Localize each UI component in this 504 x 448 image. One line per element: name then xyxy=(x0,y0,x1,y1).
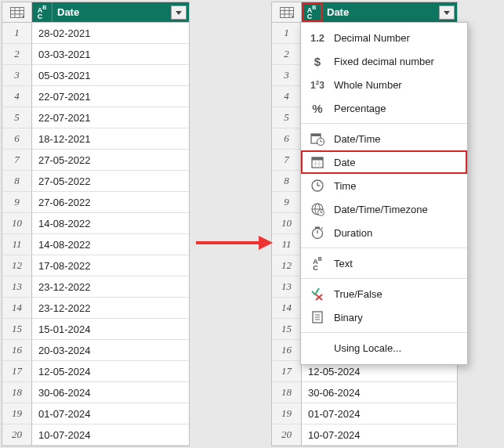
table-row[interactable]: 1515-01-2024 xyxy=(2,319,189,340)
cell-date[interactable]: 14-08-2022 xyxy=(32,213,189,234)
menu-item-percentage[interactable]: %Percentage xyxy=(301,96,467,120)
cell-date[interactable]: 14-08-2022 xyxy=(32,234,189,255)
row-number: 10 xyxy=(272,213,302,234)
row-number: 10 xyxy=(2,213,32,234)
table-corner-button[interactable] xyxy=(272,2,302,23)
cell-date[interactable]: 10-07-2024 xyxy=(302,425,457,446)
menu-item-label: Time xyxy=(334,180,356,192)
table-row[interactable]: 1620-03-2024 xyxy=(2,340,189,361)
table-row[interactable]: 618-12-2021 xyxy=(2,128,189,150)
menu-item-time[interactable]: Time xyxy=(301,174,467,197)
menu-item-true-false[interactable]: True/False xyxy=(301,282,467,305)
row-number: 20 xyxy=(2,425,32,446)
menu-item-fixed-decimal-number[interactable]: $Fixed decimal number xyxy=(301,49,467,73)
cell-date[interactable]: 27-06-2022 xyxy=(32,192,189,213)
menu-item-text[interactable]: ABCText xyxy=(301,251,467,275)
date-icon xyxy=(309,154,326,171)
menu-item-whole-number[interactable]: 123Whole Number xyxy=(301,73,467,96)
cell-date[interactable]: 12-05-2024 xyxy=(32,361,189,382)
row-number: 12 xyxy=(272,255,302,276)
table-row[interactable]: 2010-07-2024 xyxy=(2,425,189,446)
column-type-button[interactable]: ABC xyxy=(302,2,322,22)
svg-rect-22 xyxy=(312,157,323,161)
column-filter-button[interactable] xyxy=(439,5,455,20)
row-number: 7 xyxy=(2,150,32,171)
cell-date[interactable]: 18-12-2021 xyxy=(32,128,189,150)
menu-item-label: Text xyxy=(334,258,353,269)
table-row[interactable]: 1323-12-2022 xyxy=(2,276,189,298)
column-type-button[interactable]: ABC xyxy=(32,2,53,22)
menu-item-decimal-number[interactable]: 1.2Decimal Number xyxy=(301,26,467,49)
menu-item-label: Fixed decimal number xyxy=(334,56,434,67)
cell-date[interactable]: 03-03-2021 xyxy=(32,44,189,65)
row-number: 5 xyxy=(272,107,302,128)
cell-date[interactable]: 22-07-2021 xyxy=(32,107,189,128)
table-row[interactable]: 305-03-2021 xyxy=(2,65,189,86)
table-row[interactable]: 927-06-2022 xyxy=(2,192,189,213)
table-row[interactable]: 1830-06-2024 xyxy=(272,382,457,403)
svg-marker-15 xyxy=(259,236,273,250)
cell-date[interactable]: 22-07-2021 xyxy=(32,86,189,107)
row-number: 20 xyxy=(272,425,302,446)
arrow-annotation xyxy=(194,231,273,255)
decimal-icon: 1.2 xyxy=(309,29,326,46)
table-row[interactable]: 522-07-2021 xyxy=(2,107,189,128)
column-header-date[interactable]: ABC Date xyxy=(302,2,457,23)
table-row[interactable]: 1014-08-2022 xyxy=(2,213,189,234)
table-row[interactable]: 727-05-2022 xyxy=(2,150,189,171)
row-number: 8 xyxy=(2,171,32,192)
cell-date[interactable]: 17-08-2022 xyxy=(32,255,189,276)
table-row[interactable]: 1423-12-2022 xyxy=(2,298,189,319)
left-table-body: 128-02-2021203-03-2021305-03-2021422-07-… xyxy=(2,23,189,446)
blank-icon xyxy=(309,339,326,356)
table-row[interactable]: 422-07-2021 xyxy=(2,86,189,107)
table-corner-button[interactable] xyxy=(2,2,32,23)
menu-item-date[interactable]: Date xyxy=(301,150,467,174)
menu-item-label: Decimal Number xyxy=(334,32,410,44)
table-row[interactable]: 203-03-2021 xyxy=(2,44,189,65)
cell-date[interactable]: 27-05-2022 xyxy=(32,171,189,192)
menu-item-date-time[interactable]: Date/Time xyxy=(301,127,467,150)
table-row[interactable]: 1901-07-2024 xyxy=(2,403,189,425)
menu-item-using-locale[interactable]: Using Locale... xyxy=(301,336,467,359)
table-row[interactable]: 1712-05-2024 xyxy=(2,361,189,382)
bool-icon xyxy=(309,285,326,302)
chevron-down-icon xyxy=(443,9,451,16)
cell-date[interactable]: 01-07-2024 xyxy=(302,403,457,425)
cell-date[interactable]: 20-03-2024 xyxy=(32,340,189,361)
cell-date[interactable]: 30-06-2024 xyxy=(302,382,457,403)
menu-item-date-time-timezone[interactable]: Date/Time/Timezone xyxy=(301,197,467,221)
cell-date[interactable]: 27-05-2022 xyxy=(32,150,189,171)
row-number: 15 xyxy=(2,319,32,340)
column-filter-button[interactable] xyxy=(171,5,187,20)
table-row[interactable]: 1901-07-2024 xyxy=(272,403,457,425)
cell-date[interactable]: 10-07-2024 xyxy=(32,425,189,446)
row-number: 19 xyxy=(272,403,302,425)
menu-item-label: Duration xyxy=(334,227,372,239)
table-row[interactable]: 2010-07-2024 xyxy=(272,425,457,446)
cell-date[interactable]: 23-12-2022 xyxy=(32,298,189,319)
row-number: 1 xyxy=(2,23,32,44)
menu-item-label: True/False xyxy=(334,288,383,300)
cell-date[interactable]: 15-01-2024 xyxy=(32,319,189,340)
menu-item-binary[interactable]: Binary xyxy=(301,305,467,329)
left-header-row: ABC Date xyxy=(2,2,189,23)
table-row[interactable]: 827-05-2022 xyxy=(2,171,189,192)
table-row[interactable]: 128-02-2021 xyxy=(2,23,189,44)
cell-date[interactable]: 28-02-2021 xyxy=(32,23,189,44)
row-number: 3 xyxy=(272,65,302,86)
datetime-icon xyxy=(309,130,326,147)
cell-date[interactable]: 01-07-2024 xyxy=(32,403,189,425)
column-header-date[interactable]: ABC Date xyxy=(32,2,189,23)
cell-date[interactable]: 05-03-2021 xyxy=(32,65,189,86)
cell-date[interactable]: 23-12-2022 xyxy=(32,276,189,298)
table-row[interactable]: 1217-08-2022 xyxy=(2,255,189,276)
menu-item-label: Whole Number xyxy=(334,79,402,91)
type-text-icon: ABC xyxy=(38,5,47,20)
table-row[interactable]: 1114-08-2022 xyxy=(2,234,189,255)
type-dropdown-menu: 1.2Decimal Number$Fixed decimal number12… xyxy=(300,22,468,365)
table-row[interactable]: 1830-06-2024 xyxy=(2,382,189,403)
cell-date[interactable]: 30-06-2024 xyxy=(32,382,189,403)
duration-icon xyxy=(309,224,326,241)
menu-item-duration[interactable]: Duration xyxy=(301,221,467,244)
